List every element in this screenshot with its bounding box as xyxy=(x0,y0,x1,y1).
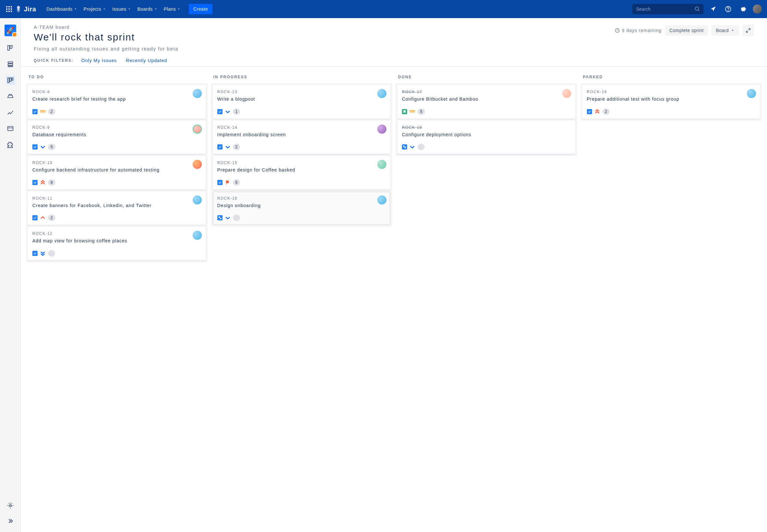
column-body[interactable]: ROCK-19Prepare additional test with focu… xyxy=(581,83,762,121)
issue-card[interactable]: ROCK-10Configure backend infrastructure … xyxy=(28,156,206,190)
notifications-icon[interactable] xyxy=(708,4,718,14)
search-input[interactable] xyxy=(632,4,704,14)
svg-rect-20 xyxy=(7,78,9,83)
pages-icon[interactable] xyxy=(6,124,15,133)
estimate-badge xyxy=(417,144,425,150)
issue-key: ROCK-17 xyxy=(402,90,571,94)
task-icon xyxy=(32,144,38,150)
filter-link[interactable]: Recently Updated xyxy=(126,58,167,63)
assignee-avatar[interactable] xyxy=(193,160,202,169)
issue-title: Design onboarding xyxy=(217,203,373,209)
estimate-badge xyxy=(233,215,240,221)
card-footer: 5 xyxy=(402,108,571,115)
issue-key: ROCK-13 xyxy=(217,90,386,94)
jira-logo[interactable]: Jira xyxy=(15,6,36,13)
page-title: We'll rock that sprint xyxy=(34,32,135,43)
subtask-icon xyxy=(217,215,223,220)
nav-dashboards[interactable]: Dashboards xyxy=(43,5,81,14)
issue-card[interactable]: ROCK-13Write a blogpost1 xyxy=(213,85,391,119)
project-avatar-icon[interactable]: 🚀 xyxy=(5,25,16,36)
assignee-avatar[interactable] xyxy=(747,89,756,98)
column: TO DOROCK-8Create research brief for tes… xyxy=(26,71,208,262)
issue-card[interactable]: ROCK-19Prepare additional test with focu… xyxy=(583,85,760,119)
priority-icon xyxy=(225,180,230,185)
view-switcher-button[interactable]: Board xyxy=(711,25,739,36)
svg-rect-19 xyxy=(8,66,13,67)
backlog-icon[interactable] xyxy=(6,43,15,52)
card-footer: 2 xyxy=(217,144,386,150)
issue-key: ROCK-8 xyxy=(32,90,201,94)
issue-card[interactable]: ROCK-8Create research brief for testing … xyxy=(28,85,206,119)
issue-key: ROCK-9 xyxy=(32,125,201,130)
assignee-avatar[interactable] xyxy=(193,125,202,134)
project-settings-icon[interactable] xyxy=(6,501,15,510)
svg-rect-13 xyxy=(7,46,9,50)
settings-icon[interactable] xyxy=(738,4,748,14)
issue-title: Prepare design for Coffee basked xyxy=(217,167,373,173)
fullscreen-button[interactable] xyxy=(742,25,754,36)
nav-boards[interactable]: Boards xyxy=(134,5,160,14)
help-icon[interactable] xyxy=(723,4,733,14)
column-body[interactable]: ROCK-13Write a blogpost1ROCK-14Implement… xyxy=(211,83,393,227)
issue-title: Prepare additional test with focus group xyxy=(587,96,743,103)
assignee-avatar[interactable] xyxy=(193,195,202,205)
assignee-avatar[interactable] xyxy=(562,89,571,98)
assignee-avatar[interactable] xyxy=(193,89,202,98)
nav-plans[interactable]: Plans xyxy=(161,5,184,14)
search-icon xyxy=(695,6,700,12)
expand-sidebar-icon[interactable] xyxy=(6,516,15,526)
column-body[interactable]: ROCK-17Configure Bitbucket and Bamboo5RO… xyxy=(395,83,577,156)
kanban-board: TO DOROCK-8Create research brief for tes… xyxy=(21,67,767,266)
issue-card[interactable]: ROCK-15Prepare design for Coffee basked5 xyxy=(213,156,391,190)
stack-icon[interactable] xyxy=(6,60,15,69)
column-body[interactable]: ROCK-8Create research brief for testing … xyxy=(26,83,208,262)
issue-card[interactable]: ROCK-11Create banners for Facebook, Link… xyxy=(28,192,206,225)
releases-icon[interactable] xyxy=(6,92,15,101)
priority-icon xyxy=(40,251,45,256)
board-icon[interactable] xyxy=(6,76,15,85)
assignee-avatar[interactable] xyxy=(377,195,386,205)
svg-rect-33 xyxy=(403,146,405,147)
column: IN PROGRESSROCK-13Write a blogpost1ROCK-… xyxy=(211,71,393,262)
issue-card[interactable]: ROCK-14Implement onboarding screen2 xyxy=(213,121,391,154)
issue-key: ROCK-12 xyxy=(32,231,201,236)
reports-icon[interactable] xyxy=(6,108,15,117)
svg-rect-14 xyxy=(10,46,12,49)
search-container xyxy=(632,4,704,14)
complete-sprint-button[interactable]: Complete sprint xyxy=(665,25,708,36)
column-header: DONE xyxy=(395,71,577,83)
issue-card[interactable]: ROCK-9Database requirements5 xyxy=(28,121,206,154)
priority-icon xyxy=(595,109,600,114)
estimate-badge: 2 xyxy=(48,215,55,221)
user-avatar[interactable] xyxy=(753,5,762,14)
apps-switcher-icon[interactable] xyxy=(5,5,13,13)
estimate-badge: 2 xyxy=(48,108,55,115)
breadcrumb[interactable]: A-TEAM board xyxy=(34,25,135,30)
issue-title: Database requirements xyxy=(32,132,188,138)
svg-rect-22 xyxy=(12,78,13,80)
priority-icon xyxy=(40,180,45,185)
assignee-avatar[interactable] xyxy=(377,89,386,98)
addon-icon[interactable] xyxy=(6,140,15,150)
nav-issues[interactable]: Issues xyxy=(109,5,134,14)
create-button[interactable]: Create xyxy=(189,4,213,14)
nav-projects[interactable]: Projects xyxy=(80,5,109,14)
card-footer xyxy=(402,144,571,150)
issue-card[interactable]: ROCK-18Configure deployment options xyxy=(397,121,575,154)
chevron-down-icon xyxy=(103,7,106,11)
filter-link[interactable]: Only My Issues xyxy=(81,58,117,63)
svg-rect-30 xyxy=(220,218,221,219)
issue-card[interactable]: ROCK-16Design onboarding xyxy=(213,192,391,225)
svg-rect-23 xyxy=(7,127,13,131)
assignee-avatar[interactable] xyxy=(377,160,386,169)
assignee-avatar[interactable] xyxy=(377,125,386,134)
estimate-badge: 5 xyxy=(233,179,240,186)
issue-title: Configure deployment options xyxy=(402,132,558,138)
card-footer: 2 xyxy=(587,108,756,115)
assignee-avatar[interactable] xyxy=(193,231,202,240)
issue-key: ROCK-18 xyxy=(402,125,571,130)
issue-card[interactable]: ROCK-12Add map view for browsing coffee … xyxy=(28,227,206,260)
issue-card[interactable]: ROCK-17Configure Bitbucket and Bamboo5 xyxy=(397,85,575,119)
task-icon xyxy=(217,144,223,150)
issue-title: Add map view for browsing coffee places xyxy=(32,238,188,244)
